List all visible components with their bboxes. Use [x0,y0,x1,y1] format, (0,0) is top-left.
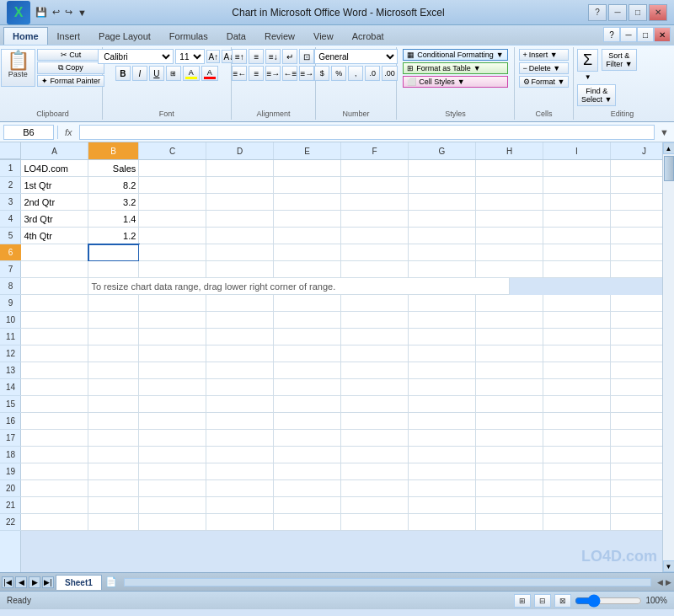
cell-C3[interactable] [139,194,206,211]
cell-F20[interactable] [341,480,409,497]
italic-button[interactable]: I [132,66,147,81]
cell-C2[interactable] [139,177,206,194]
cell-I10[interactable] [543,312,611,329]
cell-A16[interactable] [21,413,88,430]
comma-button[interactable]: , [348,66,363,81]
font-color-button[interactable]: A [201,66,218,81]
tab-view[interactable]: View [304,27,343,45]
cell-H12[interactable] [476,345,543,362]
row-header-10[interactable]: 10 [0,312,21,329]
cell-C15[interactable] [139,396,206,413]
cell-A8[interactable] [21,278,88,295]
cell-E10[interactable] [274,312,341,329]
tab-next-button[interactable]: ▶ [29,576,40,588]
cell-H5[interactable] [476,228,543,244]
cell-H6[interactable] [476,244,543,261]
increase-indent-button[interactable]: ≡→ [299,66,314,81]
row-header-14[interactable]: 14 [0,379,21,396]
row-header-4[interactable]: 4 [0,211,21,228]
row-header-6[interactable]: 6 [0,244,21,261]
cell-E22[interactable] [274,514,341,531]
cell-C19[interactable] [139,463,206,480]
cell-E20[interactable] [274,480,341,497]
row-header-16[interactable]: 16 [0,413,21,430]
cell-J7[interactable] [611,261,662,278]
save-button[interactable]: 💾 [34,6,49,19]
cell-H15[interactable] [476,396,543,413]
cell-F18[interactable] [341,447,409,463]
cell-H20[interactable] [476,480,543,497]
cell-A1[interactable]: LO4D.com [21,160,88,177]
cell-H22[interactable] [476,514,543,531]
row-header-22[interactable]: 22 [0,514,21,531]
col-header-J[interactable]: J [611,142,662,159]
row-header-18[interactable]: 18 [0,447,21,463]
cell-J19[interactable] [611,463,662,480]
cell-J21[interactable] [611,497,662,514]
cell-E6[interactable] [274,244,341,261]
cell-B15[interactable] [88,396,139,413]
cell-C18[interactable] [139,447,206,463]
copy-button[interactable]: ⧉ Copy [37,62,104,74]
tab-prev-button[interactable]: ◀ [15,576,27,588]
cell-D14[interactable] [206,379,274,396]
fill-color-button[interactable]: A [183,66,200,81]
cell-D3[interactable] [206,194,274,211]
cell-I3[interactable] [543,194,611,211]
ribbon-close-button[interactable]: ✕ [654,27,671,42]
cell-A11[interactable] [21,329,88,345]
row-header-7[interactable]: 7 [0,261,21,278]
formula-input[interactable] [79,125,655,140]
cell-A10[interactable] [21,312,88,329]
cell-A6[interactable] [21,244,88,261]
cell-J10[interactable] [611,312,662,329]
cell-H7[interactable] [476,261,543,278]
cell-E18[interactable] [274,447,341,463]
cell-B17[interactable] [88,430,139,447]
font-size-select[interactable]: 11 [175,49,205,64]
cell-H19[interactable] [476,463,543,480]
format-button[interactable]: ⚙ Format ▼ [519,76,570,88]
percent-button[interactable]: % [331,66,346,81]
cell-G17[interactable] [409,430,476,447]
row-header-19[interactable]: 19 [0,463,21,480]
cell-H21[interactable] [476,497,543,514]
expand-formula-button[interactable]: ▼ [658,127,671,137]
cell-C16[interactable] [139,413,206,430]
cell-H3[interactable] [476,194,543,211]
minimize-button[interactable]: ─ [608,4,627,21]
cell-I22[interactable] [543,514,611,531]
cell-C14[interactable] [139,379,206,396]
cell-B2[interactable]: 8.2 [88,177,139,194]
cell-B1[interactable]: Sales [88,160,139,177]
font-name-select[interactable]: Calibri [98,49,174,64]
cell-J13[interactable] [611,362,662,379]
row-header-17[interactable]: 17 [0,430,21,447]
tab-data[interactable]: Data [217,27,255,45]
tab-insert[interactable]: Insert [48,27,90,45]
maximize-button[interactable]: □ [629,4,647,21]
cell-D7[interactable] [206,261,274,278]
cell-F9[interactable] [341,295,409,312]
cell-E3[interactable] [274,194,341,211]
cell-F10[interactable] [341,312,409,329]
cell-E11[interactable] [274,329,341,345]
sheet-tab-icon[interactable]: 📄 [102,576,120,587]
cell-J1[interactable] [611,160,662,177]
cell-J11[interactable] [611,329,662,345]
cell-C12[interactable] [139,345,206,362]
cell-C10[interactable] [139,312,206,329]
cell-E1[interactable] [274,160,341,177]
cell-D19[interactable] [206,463,274,480]
cell-J3[interactable] [611,194,662,211]
cell-B10[interactable] [88,312,139,329]
col-header-F[interactable]: F [341,142,409,159]
row-header-5[interactable]: 5 [0,228,21,244]
cell-G15[interactable] [409,396,476,413]
align-middle-button[interactable]: ≡ [249,49,264,64]
cell-A13[interactable] [21,362,88,379]
cell-A20[interactable] [21,480,88,497]
cell-B5[interactable]: 1.2 [88,228,139,244]
vertical-scrollbar[interactable]: ▲ ▼ [662,142,674,572]
cell-D6[interactable] [206,244,274,261]
